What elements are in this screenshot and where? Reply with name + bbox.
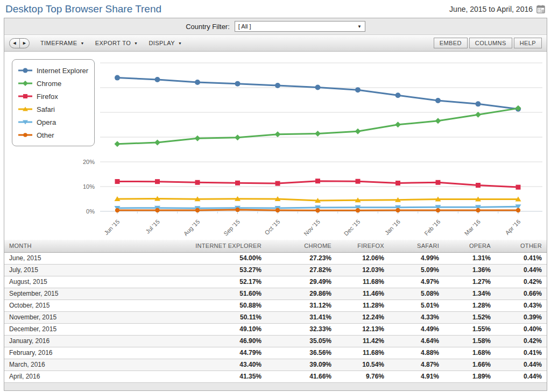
menu-timeframe[interactable]: TIMEFRAME ▼ [40,40,84,46]
series-marker-icon [18,105,32,113]
value-cell: 0.44% [496,359,547,370]
value-cell: 11.42% [336,335,389,347]
table-header-row: MONTHINTERNET EXPLORERCHROMEFIREFOXSAFAR… [4,240,547,252]
value-cell: 29.86% [266,288,336,300]
filter-bar: Country Filter: [ All ] ▼ [4,18,547,35]
value-cell: 4.91% [389,370,444,382]
value-cell: 12.06% [336,252,389,264]
value-cell: 4.97% [389,276,444,288]
legend-label: Safari [37,105,55,113]
value-cell: 11.68% [336,347,389,359]
column-header-chrome: CHROME [266,240,336,252]
svg-text:Feb '16: Feb '16 [423,218,441,237]
value-cell: 1.28% [444,300,496,311]
data-table: MONTHINTERNET EXPLORERCHROMEFIREFOXSAFAR… [4,240,547,383]
value-cell: 1.52% [444,311,496,323]
value-cell: 4.87% [389,359,444,370]
value-cell: 54.00% [190,252,266,264]
nav-forward-button[interactable]: ► [19,39,29,48]
menu-export-to[interactable]: EXPORT TO ▼ [95,40,138,46]
series-marker-icon [18,92,32,100]
country-filter-select[interactable]: [ All ] ▼ [235,21,365,32]
month-cell: November, 2015 [4,311,190,323]
value-cell: 1.36% [444,264,496,276]
legend-item-other[interactable]: Other [18,129,88,141]
value-cell: 50.11% [190,311,266,323]
legend-item-opera[interactable]: Opera [18,116,88,129]
chevron-down-icon: ▼ [357,24,362,29]
value-cell: 1.31% [444,252,496,264]
value-cell: 50.88% [190,300,266,311]
value-cell: 0.42% [496,276,547,288]
table-row: June, 201554.00%27.23%12.06%4.99%1.31%0.… [4,252,547,264]
value-cell: 29.49% [266,276,336,288]
value-cell: 11.46% [336,288,389,300]
value-cell: 0.44% [496,370,547,382]
value-cell: 0.44% [496,264,547,276]
svg-text:20%: 20% [83,159,95,165]
caret-down-icon: ▼ [178,41,182,45]
month-cell: June, 2015 [4,252,190,264]
value-cell: 4.64% [389,335,444,347]
month-cell: January, 2016 [4,335,190,347]
chart-legend: Internet ExplorerChromeFirefoxSafariOper… [12,59,95,146]
caret-down-icon: ▼ [80,41,84,45]
month-cell: March, 2016 [4,359,190,370]
table-row: December, 201549.10%32.33%12.13%4.49%1.5… [4,323,547,335]
value-cell: 10.54% [336,359,389,370]
series-marker-icon [18,80,32,87]
value-cell: 35.05% [266,335,336,347]
value-cell: 1.27% [444,276,496,288]
menu-display[interactable]: DISPLAY ▼ [149,40,182,46]
table-row: April, 201641.35%41.66%9.76%4.91%1.89%0.… [4,370,547,382]
value-cell: 0.39% [496,311,547,323]
series-marker-icon [18,118,32,126]
value-cell: 0.41% [496,252,547,264]
value-cell: 1.89% [444,370,496,382]
svg-text:Jul '15: Jul '15 [144,218,161,235]
legend-item-chrome[interactable]: Chrome [18,77,88,90]
svg-text:Sep '15: Sep '15 [222,218,241,237]
value-cell: 1.58% [444,335,496,347]
value-cell: 0.66% [496,288,547,300]
nav-back-button[interactable]: ◄ [10,39,19,48]
value-cell: 51.60% [190,288,266,300]
value-cell: 43.40% [190,359,266,370]
series-marker-icon [18,67,32,74]
table-row: February, 201644.79%36.56%11.68%4.88%1.6… [4,347,547,359]
value-cell: 4.33% [389,311,444,323]
title-bar: Desktop Top Browser Share Trend June, 20… [0,0,551,18]
svg-text:Nov '15: Nov '15 [302,218,321,237]
value-cell: 1.55% [444,323,496,335]
value-cell: 12.03% [336,264,389,276]
legend-item-firefox[interactable]: Firefox [18,90,88,103]
legend-item-internet-explorer[interactable]: Internet Explorer [18,64,88,77]
table-row: November, 201550.11%31.41%12.24%4.33%1.5… [4,311,547,323]
legend-item-safari[interactable]: Safari [18,103,88,116]
value-cell: 41.35% [190,370,266,382]
toolbar: ◄ ► TIMEFRAME ▼ EXPORT TO ▼ DISPLAY ▼ EM… [4,35,547,52]
value-cell: 12.13% [336,323,389,335]
value-cell: 52.17% [190,276,266,288]
value-cell: 4.99% [389,252,444,264]
value-cell: 1.68% [444,347,496,359]
svg-text:Jan '16: Jan '16 [384,218,401,236]
value-cell: 4.49% [389,323,444,335]
legend-label: Chrome [37,80,61,88]
legend-label: Opera [37,118,56,126]
value-cell: 0.40% [496,323,547,335]
table-row: September, 201551.60%29.86%11.46%5.08%1.… [4,288,547,300]
legend-label: Other [37,131,54,139]
embed-button[interactable]: EMBED [434,38,468,48]
help-button[interactable]: HELP [514,38,542,48]
calendar-gear-icon[interactable] [536,5,546,13]
country-filter-label: Country Filter: [186,23,230,31]
country-filter-value: [ All ] [238,23,251,30]
value-cell: 39.09% [266,359,336,370]
columns-button[interactable]: COLUMNS [469,38,512,48]
value-cell: 49.10% [190,323,266,335]
value-cell: 11.28% [336,300,389,311]
column-header-safari: SAFARI [389,240,444,252]
legend-label: Internet Explorer [37,67,88,75]
value-cell: 27.82% [266,264,336,276]
